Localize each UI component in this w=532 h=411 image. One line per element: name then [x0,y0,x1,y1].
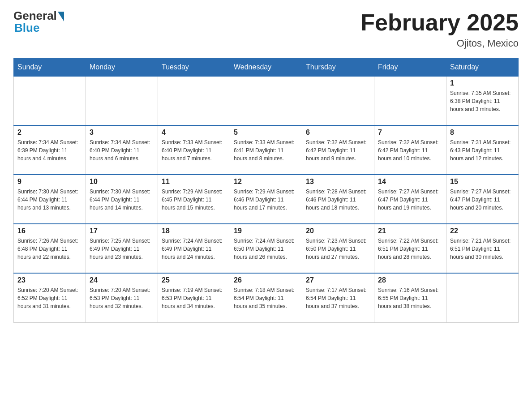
calendar-cell: 13Sunrise: 7:28 AM Sunset: 6:46 PM Dayli… [302,175,374,224]
calendar-cell: 21Sunrise: 7:22 AM Sunset: 6:51 PM Dayli… [374,224,446,273]
day-number: 28 [378,276,442,284]
day-number: 9 [17,178,82,186]
calendar-cell [14,76,86,125]
day-info: Sunrise: 7:32 AM Sunset: 6:42 PM Dayligh… [378,138,442,163]
day-info: Sunrise: 7:18 AM Sunset: 6:54 PM Dayligh… [234,286,298,310]
calendar-cell: 11Sunrise: 7:29 AM Sunset: 6:45 PM Dayli… [158,175,230,224]
calendar-cell [374,76,446,125]
day-info: Sunrise: 7:27 AM Sunset: 6:47 PM Dayligh… [378,188,442,212]
day-info: Sunrise: 7:21 AM Sunset: 6:51 PM Dayligh… [450,237,515,261]
calendar-cell: 10Sunrise: 7:30 AM Sunset: 6:44 PM Dayli… [86,175,158,224]
calendar-cell: 3Sunrise: 7:34 AM Sunset: 6:40 PM Daylig… [86,125,158,175]
day-number: 6 [306,128,370,137]
day-number: 11 [162,178,226,186]
day-info: Sunrise: 7:23 AM Sunset: 6:50 PM Dayligh… [306,237,370,261]
page-header: General Blue February 2025 Ojitos, Mexic… [13,9,519,49]
day-number: 5 [234,128,298,137]
day-number: 19 [234,227,298,235]
day-number: 21 [378,227,442,235]
day-number: 24 [90,276,154,284]
day-info: Sunrise: 7:34 AM Sunset: 6:39 PM Dayligh… [17,138,82,163]
month-title: February 2025 [360,9,519,36]
day-info: Sunrise: 7:26 AM Sunset: 6:48 PM Dayligh… [17,237,82,261]
day-info: Sunrise: 7:17 AM Sunset: 6:54 PM Dayligh… [306,286,370,310]
calendar-cell: 24Sunrise: 7:20 AM Sunset: 6:53 PM Dayli… [86,273,158,322]
calendar-cell: 9Sunrise: 7:30 AM Sunset: 6:44 PM Daylig… [14,175,86,224]
column-header-sunday: Sunday [14,59,86,77]
logo-arrow-icon [58,12,64,21]
day-number: 20 [306,227,370,235]
calendar-cell: 7Sunrise: 7:32 AM Sunset: 6:42 PM Daylig… [374,125,446,175]
calendar-cell [230,76,302,125]
day-info: Sunrise: 7:27 AM Sunset: 6:47 PM Dayligh… [450,188,515,212]
calendar-cell: 19Sunrise: 7:24 AM Sunset: 6:50 PM Dayli… [230,224,302,273]
day-info: Sunrise: 7:24 AM Sunset: 6:49 PM Dayligh… [162,237,226,261]
calendar-week-row: 2Sunrise: 7:34 AM Sunset: 6:39 PM Daylig… [14,125,519,175]
day-number: 16 [17,227,82,235]
day-number: 4 [162,128,226,137]
calendar-cell [86,76,158,125]
calendar-cell: 17Sunrise: 7:25 AM Sunset: 6:49 PM Dayli… [86,224,158,273]
calendar-cell: 16Sunrise: 7:26 AM Sunset: 6:48 PM Dayli… [14,224,86,273]
calendar-cell: 20Sunrise: 7:23 AM Sunset: 6:50 PM Dayli… [302,224,374,273]
day-number: 26 [234,276,298,284]
day-number: 3 [90,128,154,137]
day-number: 8 [450,128,515,137]
day-info: Sunrise: 7:31 AM Sunset: 6:43 PM Dayligh… [450,138,515,163]
day-number: 14 [378,178,442,186]
calendar-cell: 8Sunrise: 7:31 AM Sunset: 6:43 PM Daylig… [446,125,519,175]
location-label: Ojitos, Mexico [360,38,519,49]
calendar-cell: 22Sunrise: 7:21 AM Sunset: 6:51 PM Dayli… [446,224,519,273]
day-number: 1 [450,79,515,87]
day-number: 18 [162,227,226,235]
calendar-cell [158,76,230,125]
day-info: Sunrise: 7:30 AM Sunset: 6:44 PM Dayligh… [17,188,82,212]
day-number: 2 [17,128,82,137]
day-info: Sunrise: 7:28 AM Sunset: 6:46 PM Dayligh… [306,188,370,212]
calendar-table: SundayMondayTuesdayWednesdayThursdayFrid… [13,58,519,323]
day-info: Sunrise: 7:33 AM Sunset: 6:41 PM Dayligh… [234,138,298,163]
calendar-cell: 18Sunrise: 7:24 AM Sunset: 6:49 PM Dayli… [158,224,230,273]
day-number: 10 [90,178,154,186]
calendar-cell: 28Sunrise: 7:16 AM Sunset: 6:55 PM Dayli… [374,273,446,322]
day-number: 13 [306,178,370,186]
calendar-cell: 15Sunrise: 7:27 AM Sunset: 6:47 PM Dayli… [446,175,519,224]
calendar-cell: 14Sunrise: 7:27 AM Sunset: 6:47 PM Dayli… [374,175,446,224]
calendar-cell: 6Sunrise: 7:32 AM Sunset: 6:42 PM Daylig… [302,125,374,175]
logo-blue-text: Blue [14,21,39,35]
day-number: 12 [234,178,298,186]
calendar-cell: 4Sunrise: 7:33 AM Sunset: 6:40 PM Daylig… [158,125,230,175]
calendar-cell [302,76,374,125]
day-info: Sunrise: 7:29 AM Sunset: 6:46 PM Dayligh… [234,188,298,212]
column-header-saturday: Saturday [446,59,519,77]
calendar-week-row: 16Sunrise: 7:26 AM Sunset: 6:48 PM Dayli… [14,224,519,273]
calendar-header-row: SundayMondayTuesdayWednesdayThursdayFrid… [14,59,519,77]
calendar-cell: 26Sunrise: 7:18 AM Sunset: 6:54 PM Dayli… [230,273,302,322]
logo: General Blue [13,9,64,35]
day-info: Sunrise: 7:16 AM Sunset: 6:55 PM Dayligh… [378,286,442,310]
day-info: Sunrise: 7:32 AM Sunset: 6:42 PM Dayligh… [306,138,370,163]
calendar-cell: 1Sunrise: 7:35 AM Sunset: 6:38 PM Daylig… [446,76,519,125]
day-info: Sunrise: 7:29 AM Sunset: 6:45 PM Dayligh… [162,188,226,212]
calendar-week-row: 1Sunrise: 7:35 AM Sunset: 6:38 PM Daylig… [14,76,519,125]
column-header-friday: Friday [374,59,446,77]
calendar-cell: 12Sunrise: 7:29 AM Sunset: 6:46 PM Dayli… [230,175,302,224]
day-info: Sunrise: 7:20 AM Sunset: 6:53 PM Dayligh… [90,286,154,310]
calendar-cell: 2Sunrise: 7:34 AM Sunset: 6:39 PM Daylig… [14,125,86,175]
day-number: 15 [450,178,515,186]
column-header-tuesday: Tuesday [158,59,230,77]
day-number: 27 [306,276,370,284]
calendar-cell: 5Sunrise: 7:33 AM Sunset: 6:41 PM Daylig… [230,125,302,175]
day-info: Sunrise: 7:24 AM Sunset: 6:50 PM Dayligh… [234,237,298,261]
calendar-cell: 23Sunrise: 7:20 AM Sunset: 6:52 PM Dayli… [14,273,86,322]
calendar-week-row: 9Sunrise: 7:30 AM Sunset: 6:44 PM Daylig… [14,175,519,224]
column-header-monday: Monday [86,59,158,77]
day-number: 7 [378,128,442,137]
day-info: Sunrise: 7:30 AM Sunset: 6:44 PM Dayligh… [90,188,154,212]
calendar-week-row: 23Sunrise: 7:20 AM Sunset: 6:52 PM Dayli… [14,273,519,322]
day-info: Sunrise: 7:35 AM Sunset: 6:38 PM Dayligh… [450,89,515,113]
day-info: Sunrise: 7:34 AM Sunset: 6:40 PM Dayligh… [90,138,154,163]
column-header-wednesday: Wednesday [230,59,302,77]
day-info: Sunrise: 7:20 AM Sunset: 6:52 PM Dayligh… [17,286,82,310]
day-info: Sunrise: 7:22 AM Sunset: 6:51 PM Dayligh… [378,237,442,261]
